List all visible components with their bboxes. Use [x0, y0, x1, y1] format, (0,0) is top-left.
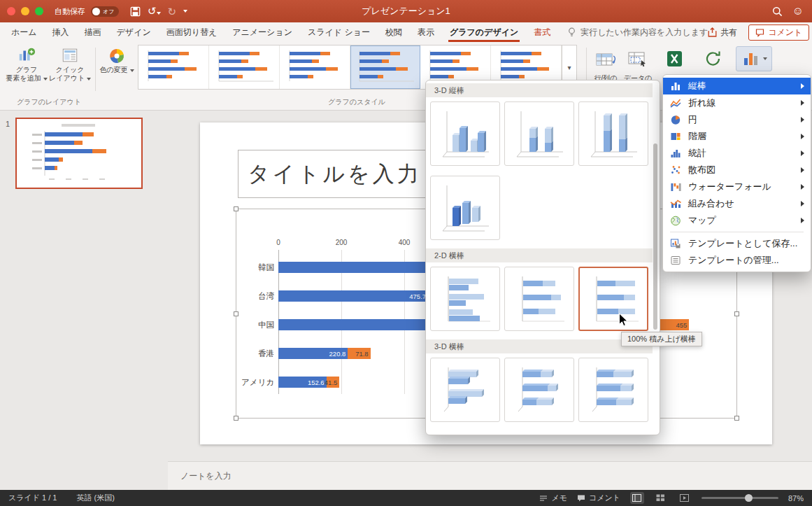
change-chart-type-button[interactable]: [736, 46, 772, 71]
chart-type-clustered-bar-3d[interactable]: [430, 358, 500, 422]
menu-item-scatter[interactable]: 散布図: [663, 162, 811, 178]
notes-toggle[interactable]: メモ: [539, 493, 567, 503]
menu-item-save-template[interactable]: テンプレートとして保存...: [663, 235, 811, 252]
chart-type-100-stacked-column-3d[interactable]: [578, 101, 648, 166]
tab-chart-design[interactable]: グラフのデザイン: [450, 22, 518, 42]
status-bar: スライド 1 / 1 英語 (米国) メモ コメント 87%: [0, 490, 812, 506]
menu-item-label: 階層: [688, 130, 706, 143]
autosave-toggle[interactable]: オフ: [91, 6, 119, 17]
lightbulb-icon: [567, 27, 576, 37]
undo-caret-icon[interactable]: [157, 12, 161, 15]
gallery-scrollbar[interactable]: [653, 143, 657, 330]
selection-handle[interactable]: [734, 311, 739, 316]
tab-view[interactable]: 表示: [418, 22, 434, 42]
chart-type-100-stacked-bar[interactable]: [578, 267, 648, 331]
zoom-percent[interactable]: 87%: [788, 494, 804, 503]
chart-style-thumbnail-selected[interactable]: [350, 45, 421, 89]
chart-style-thumbnail[interactable]: [209, 45, 280, 89]
chart-bar-series2[interactable]: 71.8: [348, 348, 370, 359]
menu-item-waterfall[interactable]: ウォーターフォール: [663, 178, 811, 195]
slideshow-view-button[interactable]: [678, 492, 692, 504]
comments-button[interactable]: コメント: [748, 24, 809, 41]
select-data-icon: [627, 49, 649, 69]
comments-toggle[interactable]: コメント: [577, 493, 620, 503]
line-chart-icon: [670, 97, 682, 108]
quick-layout-icon: [61, 46, 79, 64]
group-divider: [95, 48, 96, 91]
submenu-arrow-icon: [801, 167, 804, 173]
qat-menu-caret[interactable]: [183, 10, 187, 13]
tab-slideshow[interactable]: スライド ショー: [308, 22, 370, 42]
menu-item-column[interactable]: 縦棒: [663, 78, 811, 94]
share-button[interactable]: 共有: [708, 27, 737, 38]
search-icon[interactable]: [772, 6, 783, 17]
zoom-slider-knob[interactable]: [745, 494, 753, 502]
notes-area[interactable]: ノートを入力: [168, 461, 812, 490]
menu-item-combo[interactable]: 組み合わせ: [663, 195, 811, 212]
ribbon-tab-row: ホーム 挿入 描画 デザイン 画面切り替え アニメーション スライド ショー 校…: [0, 22, 812, 42]
chart-type-stacked-column-3d[interactable]: [504, 101, 574, 166]
menu-item-map[interactable]: マップ: [663, 212, 811, 229]
menu-item-line[interactable]: 折れ線: [663, 94, 811, 111]
chart-style-thumbnail[interactable]: [138, 45, 209, 89]
zoom-button[interactable]: [35, 7, 43, 15]
chart-bar-series1[interactable]: 152.6: [278, 377, 327, 388]
chart-type-100-stacked-bar-3d[interactable]: [578, 358, 648, 422]
chart-type-clustered-bar[interactable]: [430, 267, 500, 331]
menu-item-statistic[interactable]: 統計: [663, 145, 811, 162]
menu-item-manage-templates[interactable]: テンプレートの管理...: [663, 252, 811, 269]
menu-item-label: 組み合わせ: [688, 197, 734, 210]
save-icon[interactable]: [130, 6, 141, 17]
select-data-button[interactable]: [624, 46, 652, 71]
chart-type-column-3d[interactable]: [430, 176, 500, 240]
tab-transitions[interactable]: 画面切り替え: [166, 22, 218, 42]
tab-draw[interactable]: 描画: [85, 22, 101, 42]
undo-icon[interactable]: ↺: [148, 5, 161, 17]
normal-view-button[interactable]: [630, 492, 644, 504]
chart-style-thumbnail[interactable]: [280, 45, 350, 89]
smiley-icon[interactable]: ☺: [792, 5, 804, 17]
refresh-data-button[interactable]: [699, 46, 727, 71]
slide-thumbnail[interactable]: [15, 118, 143, 189]
menu-item-pie[interactable]: 円: [663, 111, 811, 128]
chart-type-stacked-bar-3d[interactable]: [504, 358, 574, 422]
edit-data-in-excel-button[interactable]: [662, 46, 690, 71]
tab-review[interactable]: 校閲: [385, 22, 402, 42]
selection-handle[interactable]: [734, 416, 739, 421]
chart-data-label: 152.6: [308, 379, 325, 386]
quick-layout-button[interactable]: クイック レイアウト: [49, 45, 91, 83]
gallery-section-header: 2-D 横棒: [426, 248, 653, 262]
switch-row-column-button[interactable]: [592, 46, 620, 71]
menu-item-label: マップ: [688, 214, 716, 227]
tell-me-box[interactable]: 実行したい作業内容を入力します: [567, 27, 708, 38]
chart-axis-tick: 0: [268, 239, 289, 246]
change-colors-icon: [108, 48, 125, 64]
zoom-slider[interactable]: [701, 497, 778, 499]
selection-handle[interactable]: [234, 206, 238, 211]
chart-bar-series1[interactable]: 475.7: [278, 290, 428, 302]
chart-type-stacked-bar[interactable]: [504, 267, 574, 331]
chart-type-clustered-column-3d[interactable]: [430, 101, 500, 166]
chart-bar-series2[interactable]: 41.5: [327, 377, 340, 388]
hierarchy-chart-icon: [670, 131, 682, 142]
close-button[interactable]: [7, 7, 15, 15]
tab-animations[interactable]: アニメーション: [232, 22, 292, 42]
slide-sorter-view-button[interactable]: [654, 492, 668, 504]
autosave-label: 自動保存: [55, 6, 85, 17]
chart-bar-series1[interactable]: 220.8: [278, 348, 348, 359]
waterfall-chart-icon: [670, 181, 682, 192]
language-indicator[interactable]: 英語 (米国): [77, 493, 115, 503]
selection-handle[interactable]: [234, 311, 238, 316]
tab-home[interactable]: ホーム: [11, 22, 37, 42]
submenu-arrow-icon: [801, 218, 804, 223]
menu-item-hierarchy[interactable]: 階層: [663, 128, 811, 145]
chart-category-label: 台湾: [236, 290, 274, 302]
selection-handle[interactable]: [234, 416, 238, 421]
tab-design[interactable]: デザイン: [117, 22, 151, 42]
switch-row-column-icon: [594, 49, 617, 69]
tab-format[interactable]: 書式: [534, 22, 550, 42]
tab-insert[interactable]: 挿入: [52, 22, 69, 42]
change-colors-button[interactable]: 色の変更: [98, 45, 136, 74]
add-chart-element-button[interactable]: グラフ 要素を追加: [6, 45, 48, 83]
minimize-button[interactable]: [21, 7, 29, 15]
